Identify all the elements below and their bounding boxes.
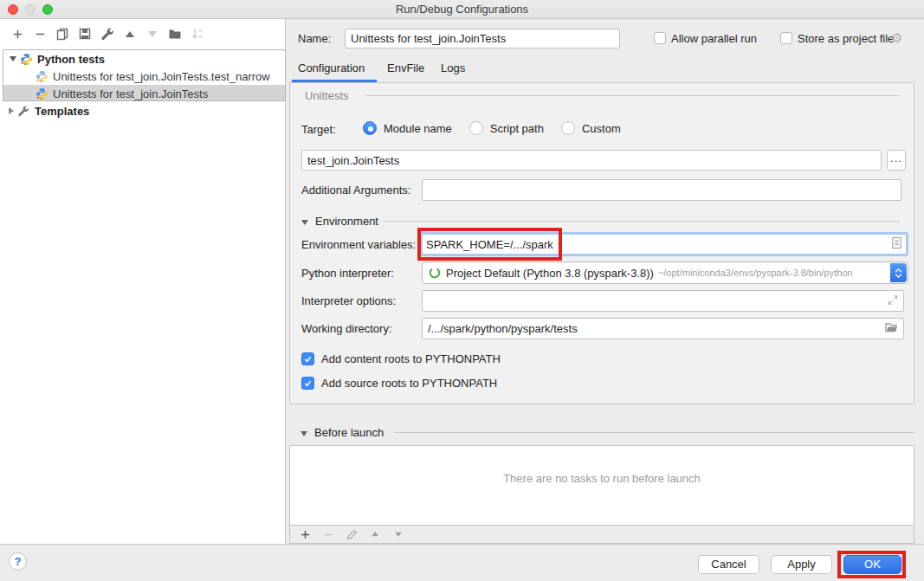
move-task-down-icon [391,527,405,541]
radio-module-name[interactable] [363,121,377,135]
python-interpreter-label: Python interpreter: [301,267,394,280]
name-input[interactable]: Unittests for test_join.JoinTests [345,29,620,48]
window-title: Run/Debug Configurations [0,0,924,18]
before-launch-toolbar [289,526,914,544]
environment-section-title: Environment [315,215,378,228]
radio-custom-label: Custom [582,122,621,135]
python-tests-icon [20,53,33,66]
configurations-tree: Python tests Unittests for test_join.Joi… [3,49,286,101]
templates-wrench-icon [17,105,30,118]
interpreter-path-hint: ~/opt/miniconda3/envs/pyspark-3.8/bin/py… [658,268,853,278]
chevron-right-icon[interactable] [9,107,14,114]
before-launch-divider [394,432,914,433]
tree-item-label: Templates [35,105,89,118]
tab-logs[interactable]: Logs [441,61,465,74]
add-icon[interactable] [10,27,24,41]
environment-variables-input[interactable]: SPARK_HOME=/.../spark [420,232,908,256]
tree-item-label: Unittests for test_join.JoinTests [53,87,208,100]
name-label: Name: [298,32,331,45]
chevron-down-icon[interactable] [10,56,16,61]
before-launch-tasks-list[interactable]: There are no tasks to run before launch [289,445,914,526]
radio-module-name-label: Module name [384,122,452,135]
store-as-project-file-checkbox[interactable] [780,32,792,44]
remove-icon[interactable] [33,27,47,41]
sort-alphabetically-icon [191,27,204,41]
edit-templates-icon[interactable] [100,27,114,41]
minimize-window-button [25,4,36,15]
store-as-project-file-label: Store as project file [798,32,894,45]
empty-tasks-message: There are no tasks to run before launch [290,472,914,485]
tree-item-label: Python tests [37,53,105,66]
interpreter-options-label: Interpreter options: [301,294,396,307]
additional-arguments-input[interactable] [422,179,901,201]
save-icon[interactable] [78,27,92,41]
radio-custom[interactable] [561,121,575,135]
ok-button[interactable]: OK [843,555,901,574]
footer-divider [0,544,924,545]
title-bar: Run/Debug Configurations [0,0,924,19]
tab-envfile[interactable]: EnvFile [387,61,424,74]
folder-icon[interactable] [885,322,898,336]
zoom-window-button[interactable] [42,4,53,15]
group-title: Unittests [305,89,349,102]
before-launch-collapse-icon[interactable] [300,431,307,436]
conda-env-icon [429,267,441,279]
environment-divider [384,221,900,222]
help-button[interactable]: ? [9,552,27,571]
radio-script-path-label: Script path [490,122,544,135]
cancel-button[interactable]: Cancel [698,555,759,574]
allow-parallel-run-label: Allow parallel run [671,32,757,45]
apply-button[interactable]: Apply [771,555,832,574]
python-interpreter-select[interactable]: Project Default (Python 3.8 (pyspark-3.8… [422,261,908,284]
python-test-icon [36,87,48,100]
target-label: Target: [301,123,336,136]
move-task-up-icon [368,527,382,541]
environment-variables-label: Environment variables: [301,238,416,251]
working-directory-label: Working directory: [301,322,392,335]
group-divider [365,95,900,96]
env-variables-list-icon[interactable] [891,236,902,252]
working-directory-input[interactable]: /.../spark/python/pyspark/tests [422,318,904,339]
remove-task-icon [321,527,335,541]
tree-item-label: Unittests for test_join.JoinTests.test_n… [53,70,270,83]
tree-item-templates[interactable]: Templates [3,102,286,119]
add-source-roots-checkbox[interactable] [301,377,314,390]
tree-item-unittests-jointests[interactable]: Unittests for test_join.JoinTests [3,85,285,101]
add-content-roots-label: Add content roots to PYTHONPATH [321,352,501,365]
move-up-icon[interactable] [123,27,137,41]
close-window-button[interactable] [8,4,18,15]
tab-configuration[interactable]: Configuration [298,61,365,74]
expand-field-icon[interactable] [888,294,898,307]
new-folder-icon[interactable] [168,27,182,41]
add-source-roots-label: Add source roots to PYTHONPATH [321,377,497,390]
move-down-icon [145,27,159,41]
configurations-sidebar: Python tests Unittests for test_join.Joi… [0,19,286,544]
additional-arguments-label: Additional Arguments: [301,184,410,197]
add-task-icon[interactable] [298,527,312,541]
python-test-icon [36,70,48,83]
combo-stepper-icon[interactable] [890,263,907,282]
edit-task-icon [345,527,359,541]
tree-item-python-tests[interactable]: Python tests [3,50,285,68]
unittests-config-panel: Unittests Target: Module name Script pat… [289,82,914,404]
tree-item-unittests-narrow[interactable]: Unittests for test_join.JoinTests.test_n… [3,68,285,85]
radio-script-path[interactable] [469,121,483,135]
browse-button[interactable]: ... [887,150,906,171]
sidebar-toolbar [10,27,204,41]
gear-icon[interactable]: ⚙ [891,31,902,44]
add-content-roots-checkbox[interactable] [301,352,314,365]
module-name-input[interactable]: test_join.JoinTests [301,150,882,171]
copy-icon[interactable] [55,27,69,41]
allow-parallel-run-checkbox[interactable] [654,32,666,44]
before-launch-title: Before launch [314,426,384,439]
interpreter-options-input[interactable] [422,290,904,312]
environment-collapse-icon[interactable] [301,220,308,225]
